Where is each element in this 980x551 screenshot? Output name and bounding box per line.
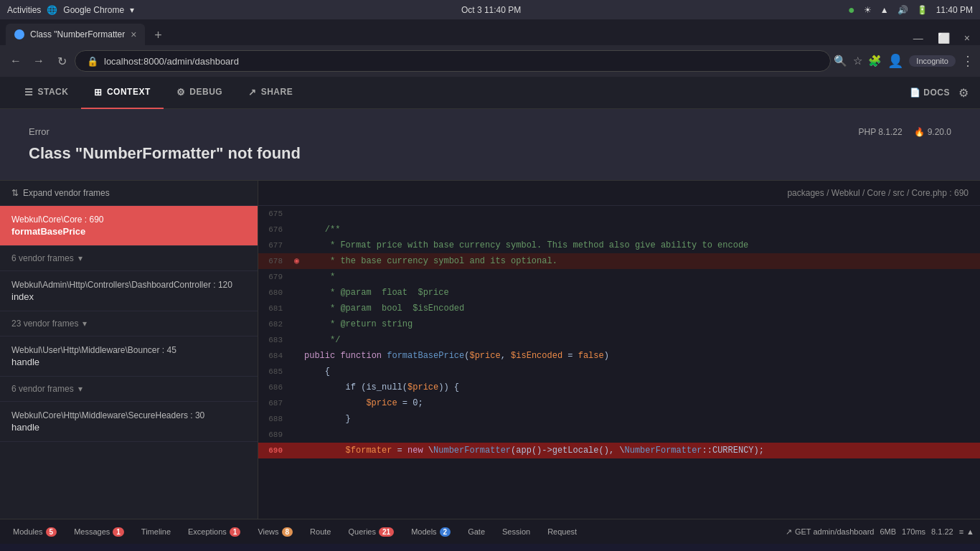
code-line-687: 687 $price = 0; [258, 395, 980, 411]
incognito-avatar[interactable]: 👤 [887, 53, 903, 69]
code-line-680: 680 * @param float $price [258, 285, 980, 301]
vendor-group-0[interactable]: 6 vendor frames ▾ [0, 246, 258, 271]
bb-request-label: Request [547, 527, 577, 536]
code-line-689: 689 [258, 427, 980, 443]
bb-timeline-label: Timeline [141, 527, 171, 536]
datetime-label: Oct 3 11:40 PM [461, 5, 521, 15]
ignition-version: 🔥 9.20.0 [914, 127, 951, 137]
code-line-683: 683 */ [258, 332, 980, 348]
code-line-677: 677 * Format price with base currency sy… [258, 237, 980, 253]
activities-label[interactable]: Activities [7, 5, 41, 15]
extensions-icon[interactable]: 🧩 [868, 55, 882, 67]
ignition-toolbar: ☰ STACK ⊞ CONTEXT ⚙ DEBUG ↗ SHARE 📄 DOCS… [0, 77, 980, 109]
collapse-icon[interactable]: ▲ [966, 527, 974, 536]
error-label: Error [29, 126, 50, 137]
bb-queries-label: Queries [348, 527, 376, 536]
bb-models-label: Models [411, 527, 436, 536]
bb-modules[interactable]: Modules 5 [6, 524, 64, 540]
chrome-close-button[interactable]: × [960, 31, 974, 45]
wifi-icon[interactable]: ▲ [880, 5, 889, 15]
toolbar-tabs: ☰ STACK ⊞ CONTEXT ⚙ DEBUG ↗ SHARE [11, 77, 306, 109]
frame-method-0: formatBasePrice [11, 226, 246, 237]
active-tab[interactable]: Class "NumberFormatter × [6, 24, 145, 45]
bb-gate[interactable]: Gate [461, 524, 492, 539]
frame-method-1: index [11, 291, 246, 302]
vendor-group-2[interactable]: 6 vendor frames ▾ [0, 377, 258, 402]
bb-views[interactable]: Views 8 [250, 524, 300, 540]
brightness-icon[interactable]: ☀ [864, 5, 872, 15]
chrome-minimize-button[interactable]: — [909, 31, 928, 45]
docs-link[interactable]: 📄 DOCS [910, 88, 950, 98]
os-bar-right: ● ☀ ▲ 🔊 🔋 11:40 PM [848, 4, 973, 17]
vendor-group-0-label: 6 vendor frames [11, 253, 74, 263]
code-line-686: 686 if (is_null($price)) { [258, 380, 980, 395]
stack-area: ⇅ Expand vendor frames Webkul\Core\Core … [0, 181, 980, 519]
time-label: 11:40 PM [936, 5, 973, 15]
refresh-button[interactable]: ↻ [52, 51, 72, 71]
bb-messages-label: Messages [74, 527, 110, 536]
tab-close-button[interactable]: × [131, 29, 136, 40]
address-input-container[interactable]: 🔒 localhost:8000/admin/dashboard [75, 50, 831, 72]
vendor-group-1[interactable]: 23 vendor frames ▾ [0, 311, 258, 336]
bb-request[interactable]: Request [540, 524, 584, 539]
stack-frame-0[interactable]: Webkul\Core\Core : 690 formatBasePrice [0, 206, 258, 246]
app-menu-chevron[interactable]: ▾ [130, 5, 134, 15]
ignition-icon: 🔥 [914, 127, 925, 137]
code-line-690: 690 $formater = new \NumberFormatter(app… [258, 443, 980, 458]
tab-favicon-icon [14, 29, 24, 39]
bb-queries-badge: 21 [379, 527, 394, 537]
new-tab-button[interactable]: + [148, 25, 168, 45]
docs-icon: 📄 [910, 88, 921, 98]
bookmark-icon[interactable]: ☆ [853, 55, 862, 67]
browser-action-icons: 🔍 ☆ 🧩 👤 Incognito ⋮ [834, 53, 974, 69]
expand-icon: ⇅ [11, 188, 19, 198]
stack-middleware-frame-0[interactable]: Webkul\User\Http\Middleware\Bouncer : 45… [0, 336, 258, 377]
tab-debug[interactable]: ⚙ DEBUG [164, 77, 235, 109]
tab-share[interactable]: ↗ SHARE [235, 77, 306, 109]
bb-timeline[interactable]: Timeline [134, 524, 178, 539]
bb-route[interactable]: Route [303, 524, 338, 539]
middleware-class-0: Webkul\User\Http\Middleware\Bouncer : 45 [11, 345, 246, 355]
bb-exceptions[interactable]: Exceptions 1 [181, 524, 248, 540]
bb-models-badge: 2 [440, 527, 451, 537]
forward-button[interactable]: → [29, 51, 49, 71]
volume-icon[interactable]: 🔊 [897, 5, 908, 15]
stack-left: ⇅ Expand vendor frames Webkul\Core\Core … [0, 181, 258, 519]
code-file-path: packages / Webkul / Core / src / Core.ph… [258, 181, 980, 206]
code-line-682: 682 * @return string [258, 316, 980, 332]
address-bar: ← → ↻ 🔒 localhost:8000/admin/dashboard 🔍… [0, 45, 980, 77]
browser-menu-icon[interactable]: ⋮ [961, 53, 974, 69]
back-button[interactable]: ← [6, 51, 26, 71]
bb-views-badge: 8 [282, 527, 293, 537]
app-icon: 🌐 [47, 5, 57, 15]
settings-small-icon[interactable]: ≡ [959, 527, 963, 536]
stack-middleware-frame-1[interactable]: Webkul\Core\Http\Middleware\SecureHeader… [0, 402, 258, 442]
error-meta: Error PHP 8.1.22 🔥 9.20.0 [29, 126, 951, 137]
bb-route-label: Route [310, 527, 331, 536]
code-line-685: 685 { [258, 364, 980, 380]
share-icon: ↗ [248, 87, 257, 98]
expand-vendor-button[interactable]: ⇅ Expand vendor frames [0, 181, 258, 206]
php-version: PHP 8.1.22 [858, 127, 902, 137]
code-line-688: 688 } [258, 411, 980, 427]
code-body: 675 676 /** 677 * Format price with base… [258, 206, 980, 519]
bb-models[interactable]: Models 2 [404, 524, 458, 540]
bb-queries[interactable]: Queries 21 [341, 524, 401, 540]
tab-context[interactable]: ⊞ CONTEXT [81, 77, 163, 109]
settings-button[interactable]: ⚙ [958, 86, 969, 100]
chrome-restore-button[interactable]: ⬜ [933, 31, 954, 45]
error-header: Error PHP 8.1.22 🔥 9.20.0 Class "NumberF… [0, 109, 980, 181]
stack-frame-1[interactable]: Webkul\Admin\Http\Controllers\DashboardC… [0, 271, 258, 311]
search-icon[interactable]: 🔍 [834, 55, 847, 67]
docs-label: DOCS [923, 88, 950, 98]
tab-stack[interactable]: ☰ STACK [11, 77, 81, 109]
bb-right: ↗ GET admin/dashboard 6MB 170ms 8.1.22 ≡… [786, 527, 974, 537]
bb-exceptions-badge: 1 [230, 527, 241, 537]
expand-vendor-label: Expand vendor frames [23, 188, 110, 198]
tab-debug-label: DEBUG [189, 87, 222, 97]
green-status-icon: ● [848, 4, 855, 17]
bb-messages[interactable]: Messages 1 [67, 524, 131, 540]
code-line-679: 679 * [258, 269, 980, 285]
bb-session[interactable]: Session [495, 524, 537, 539]
error-title: Class "NumberFormatter" not found [29, 144, 951, 163]
